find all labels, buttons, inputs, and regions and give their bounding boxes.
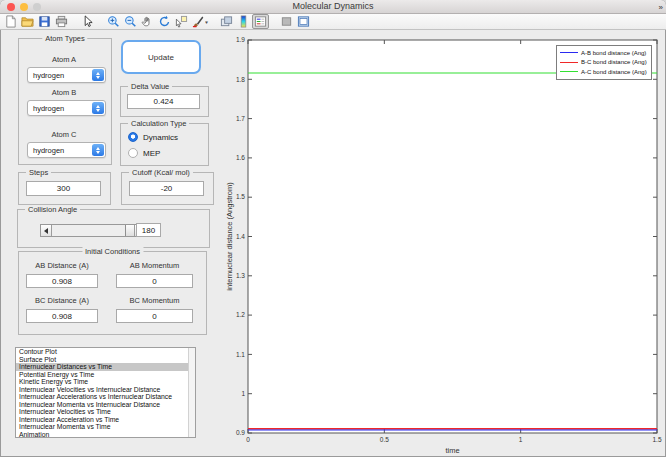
- list-item[interactable]: Internuclear Velocities vs Internuclear …: [16, 386, 195, 394]
- toolbar-group: [2, 14, 70, 29]
- atom-a-dropdown[interactable]: hydrogen: [27, 67, 106, 83]
- toolbar-group: [218, 14, 269, 29]
- toolbar-overflow-icon[interactable]: »: [659, 3, 663, 12]
- atom-a-value: hydrogen: [28, 71, 92, 80]
- hide-plot-tools-icon[interactable]: [278, 14, 295, 29]
- svg-text:1.4: 1.4: [236, 233, 245, 240]
- list-item[interactable]: Internuclear Momenta vs Internuclear Dis…: [16, 401, 195, 409]
- new-file-icon[interactable]: [2, 14, 19, 29]
- atom-b-value: hydrogen: [28, 104, 92, 113]
- radio-icon: [128, 148, 138, 158]
- mep-radio[interactable]: MEP: [128, 148, 160, 158]
- initial-conditions-title: Initial Conditions: [82, 247, 143, 256]
- dropdown-stepper-icon: [92, 69, 104, 81]
- svg-text:1.2: 1.2: [236, 311, 245, 318]
- list-item[interactable]: Potential Energy vs Time: [16, 371, 195, 379]
- dropdown-stepper-icon: [92, 102, 104, 114]
- collision-angle-panel: Collision Angle: [17, 209, 210, 248]
- brush-dropdown-caret-icon[interactable]: ▾: [205, 19, 208, 25]
- y-axis-label: internuclear distance (Angstrom): [225, 182, 234, 291]
- delta-value-field[interactable]: [127, 94, 200, 109]
- svg-text:0.5: 0.5: [380, 436, 389, 443]
- insert-colorbar-icon[interactable]: [235, 14, 252, 29]
- print-icon[interactable]: [53, 14, 70, 29]
- insert-legend-icon[interactable]: [252, 14, 269, 29]
- legend-line-sample: [560, 71, 578, 72]
- legend-entry: B-C bond distance (Ang): [560, 58, 647, 68]
- pointer-icon[interactable]: [79, 14, 96, 29]
- slider-left-arrow[interactable]: [41, 225, 52, 236]
- open-file-icon[interactable]: [19, 14, 36, 29]
- list-item[interactable]: Contour Plot: [16, 348, 195, 356]
- svg-text:1.5: 1.5: [652, 436, 661, 443]
- figure-toolbar: ▾: [0, 14, 666, 30]
- x-axis-label: time: [445, 446, 459, 455]
- calculation-type-panel: Calculation Type: [120, 123, 209, 166]
- link-plots-icon[interactable]: [218, 14, 235, 29]
- list-item[interactable]: Internuclear Momenta vs Time: [16, 423, 195, 431]
- ab-distance-label: AB Distance (A): [26, 261, 98, 270]
- list-item[interactable]: Internuclear Acceleration vs Time: [16, 416, 195, 424]
- list-item[interactable]: Kinetic Energy vs Time: [16, 378, 195, 386]
- collision-angle-slider[interactable]: [40, 224, 146, 237]
- pan-icon[interactable]: [139, 14, 156, 29]
- collision-angle-title: Collision Angle: [25, 205, 80, 214]
- toolbar-group: ▾: [105, 14, 209, 29]
- toolbar-group: [79, 14, 96, 29]
- atom-c-dropdown[interactable]: hydrogen: [27, 142, 106, 158]
- list-item[interactable]: Internuclear Distances vs Time: [16, 363, 195, 371]
- calculation-type-title: Calculation Type: [128, 119, 189, 128]
- svg-text:0: 0: [246, 436, 250, 443]
- app-window: Molecular Dynamics ▾ » Atom Types Atom A…: [0, 0, 666, 457]
- titlebar: Molecular Dynamics: [0, 0, 666, 14]
- update-button[interactable]: Update: [121, 40, 201, 74]
- list-item[interactable]: Surface Plot: [16, 356, 195, 364]
- svg-text:1.9: 1.9: [236, 36, 245, 43]
- bc-momentum-field[interactable]: [116, 309, 193, 323]
- show-plot-tools-icon[interactable]: [295, 14, 312, 29]
- plot-type-listbox[interactable]: Contour PlotSurface PlotInternuclear Dis…: [15, 347, 196, 438]
- list-item[interactable]: Internuclear Velocities vs Time: [16, 408, 195, 416]
- cutoff-title: Cutoff (Kcal/ mol): [129, 168, 193, 177]
- steps-field[interactable]: [26, 181, 101, 196]
- zoom-out-icon[interactable]: [122, 14, 139, 29]
- svg-text:1.3: 1.3: [236, 272, 245, 279]
- atom-b-label: Atom B: [18, 88, 110, 97]
- delta-value-title: Delta Value: [128, 82, 172, 91]
- data-cursor-icon[interactable]: [173, 14, 190, 29]
- atom-types-title: Atom Types: [42, 34, 87, 43]
- rotate-3d-icon[interactable]: [156, 14, 173, 29]
- atom-b-dropdown[interactable]: hydrogen: [27, 100, 106, 116]
- chart-legend[interactable]: A-B bond distance (Ang)B-C bond distance…: [556, 45, 652, 80]
- legend-line-sample: [560, 52, 578, 53]
- svg-text:1.1: 1.1: [236, 351, 245, 358]
- collision-angle-field[interactable]: [136, 223, 161, 237]
- ab-momentum-field[interactable]: [116, 274, 193, 288]
- legend-line-sample: [560, 62, 578, 63]
- list-item[interactable]: Animation: [16, 431, 195, 438]
- chart: 0.911.11.21.31.41.51.61.71.81.900.511.5t…: [215, 30, 666, 457]
- steps-title: Steps: [26, 168, 51, 177]
- dynamics-radio-label: Dynamics: [143, 133, 178, 142]
- bc-momentum-label: BC Momentum: [116, 296, 193, 305]
- mep-radio-label: MEP: [143, 149, 160, 158]
- legend-label: A-C bond distance (Ang): [581, 69, 647, 75]
- atom-a-label: Atom A: [18, 55, 110, 64]
- window-title: Molecular Dynamics: [0, 1, 666, 11]
- svg-text:1.5: 1.5: [236, 193, 245, 200]
- ab-momentum-label: AB Momentum: [116, 261, 193, 270]
- atom-c-label: Atom C: [18, 130, 110, 139]
- save-icon[interactable]: [36, 14, 53, 29]
- cutoff-field[interactable]: [129, 181, 204, 196]
- bc-distance-field[interactable]: [26, 309, 98, 323]
- listbox-scrollbar[interactable]: [188, 348, 195, 437]
- list-item[interactable]: Internuclear Accelerations vs Internucle…: [16, 393, 195, 401]
- svg-text:0.9: 0.9: [236, 429, 245, 436]
- dynamics-radio[interactable]: Dynamics: [128, 132, 178, 142]
- zoom-in-icon[interactable]: [105, 14, 122, 29]
- dropdown-stepper-icon: [92, 144, 104, 156]
- toolbar-group: [278, 14, 312, 29]
- ab-distance-field[interactable]: [26, 274, 98, 288]
- legend-entry: A-C bond distance (Ang): [560, 67, 647, 77]
- svg-text:1: 1: [519, 436, 523, 443]
